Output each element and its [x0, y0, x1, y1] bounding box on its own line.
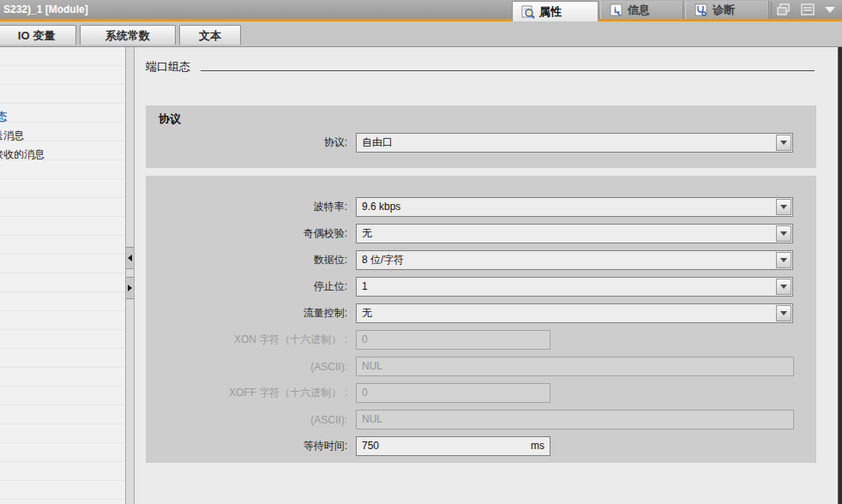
chevron-down-icon — [780, 205, 787, 209]
baud-rate-dropdown[interactable]: 9.6 kbps — [356, 197, 793, 217]
protocol-dropdown[interactable]: 自由口 — [356, 133, 793, 153]
protocol-group: 协议 协议: 自由口 — [146, 105, 816, 168]
port-parameters-group: 波特率: 9.6 kbps 奇偶校验: 无 数据位: 8 位/字符 停止位: 1 — [146, 176, 816, 463]
page-title: 端口组态 — [146, 59, 190, 75]
float-window-icon[interactable] — [777, 3, 791, 15]
window-title: S232)_1 [Module] — [3, 0, 88, 19]
flow-control-value: 无 — [362, 304, 773, 322]
sidebar-item-transmit-message-config[interactable]: 组态传送消息 — [0, 126, 125, 145]
stop-bits-dropdown[interactable]: 1 — [356, 277, 793, 297]
data-bits-label: 数据位: — [146, 253, 356, 267]
tab-separator — [771, 2, 772, 18]
xoff-ascii-label: (ASCII): — [146, 414, 356, 426]
tab-diagnostics-label: 诊断 — [713, 3, 735, 18]
chevron-down-icon — [780, 311, 787, 315]
heading-rule — [201, 70, 815, 71]
protocol-value: 自由口 — [362, 134, 773, 152]
sidebar-item-receive-message-config[interactable]: 组态所接收的消息 — [0, 145, 125, 164]
properties-magnifier-icon — [521, 5, 535, 19]
triangle-left-icon — [128, 255, 132, 261]
parity-label: 奇偶校验: — [146, 226, 356, 241]
xon-hex-value: 0 — [362, 331, 368, 349]
xoff-hex-label: XOFF 字符（十六进制） : — [146, 386, 356, 400]
baud-rate-label: 波特率: — [146, 200, 356, 214]
data-bits-dropdown-button[interactable] — [776, 252, 791, 268]
diagnostics-stethoscope-icon — [695, 3, 708, 17]
flow-control-dropdown-button[interactable] — [776, 305, 791, 321]
stop-bits-label: 停止位: — [146, 279, 356, 294]
svg-text:i: i — [614, 5, 616, 15]
baud-rate-value: 9.6 kbps — [362, 198, 773, 216]
subtab-strip: IO 变量 系统常数 文本 — [0, 21, 842, 47]
parity-dropdown-button[interactable] — [776, 225, 791, 242]
chevron-down-icon — [780, 231, 787, 236]
collapse-pane-chevron-icon[interactable] — [823, 3, 837, 15]
tab-texts[interactable]: 文本 — [179, 25, 241, 45]
wait-time-input[interactable]: 750 ms — [356, 436, 550, 456]
protocol-dropdown-button[interactable] — [776, 135, 791, 151]
wait-time-value: 750 — [362, 437, 379, 455]
baud-rate-dropdown-button[interactable] — [776, 199, 791, 215]
tab-properties[interactable]: 属性 — [512, 1, 598, 21]
window-list-icon[interactable] — [801, 3, 815, 15]
chevron-down-icon — [780, 258, 787, 262]
sidebar-item-port-configuration[interactable]: 端口组态 — [0, 107, 125, 126]
protocol-group-title: 协议 — [159, 111, 816, 127]
pane-splitter[interactable] — [125, 47, 135, 504]
xoff-ascii-value: NUL — [362, 411, 382, 429]
data-bits-dropdown[interactable]: 8 位/字符 — [356, 250, 793, 270]
tab-io-tags-label: IO 变量 — [18, 29, 55, 42]
parity-dropdown[interactable]: 无 — [356, 224, 793, 243]
navigation-items: 端口组态 组态传送消息 组态所接收的消息 — [0, 107, 125, 164]
flow-control-label: 流量控制: — [146, 306, 356, 321]
xoff-hex-value: 0 — [362, 384, 368, 402]
tab-system-constants-label: 系统常数 — [105, 29, 150, 42]
tab-system-constants[interactable]: 系统常数 — [80, 25, 176, 45]
chevron-down-icon — [780, 141, 787, 145]
xoff-hex-input: 0 — [356, 383, 550, 403]
page-heading: 端口组态 — [146, 59, 815, 75]
xon-ascii-input: NUL — [356, 357, 794, 376]
xon-ascii-value: NUL — [362, 357, 382, 375]
chevron-down-icon — [780, 285, 787, 289]
collapse-left-button[interactable] — [126, 247, 134, 269]
protocol-label: 协议: — [146, 135, 356, 150]
stop-bits-dropdown-button[interactable] — [776, 279, 791, 295]
stop-bits-value: 1 — [362, 278, 773, 296]
tab-info[interactable]: i 信息 — [600, 1, 683, 19]
flow-control-dropdown[interactable]: 无 — [356, 303, 793, 323]
collapse-right-button[interactable] — [126, 277, 134, 299]
properties-content: 端口组态 协议 协议: 自由口 波特率: 9.6 kbps 奇偶校验: — [135, 47, 838, 504]
info-icon: i — [610, 3, 623, 17]
xoff-ascii-input: NUL — [356, 410, 794, 429]
accent-line — [0, 19, 842, 21]
tab-io-tags[interactable]: IO 变量 — [0, 25, 76, 45]
data-bits-value: 8 位/字符 — [362, 251, 773, 269]
tab-diagnostics[interactable]: 诊断 — [685, 1, 769, 19]
tab-properties-label: 属性 — [539, 4, 562, 20]
xon-hex-label: XON 字符（十六进制） : — [146, 333, 356, 347]
tab-info-label: 信息 — [628, 3, 650, 18]
window-right-border — [838, 47, 842, 504]
triangle-right-icon — [128, 285, 132, 291]
tab-texts-label: 文本 — [199, 29, 221, 42]
navigation-tree: 端口组态 组态传送消息 组态所接收的消息 — [0, 47, 125, 504]
xon-hex-input: 0 — [356, 330, 550, 350]
xon-ascii-label: (ASCII): — [146, 361, 356, 373]
wait-time-unit: ms — [531, 437, 544, 455]
wait-time-label: 等待时间: — [146, 439, 356, 453]
parity-value: 无 — [362, 225, 773, 243]
